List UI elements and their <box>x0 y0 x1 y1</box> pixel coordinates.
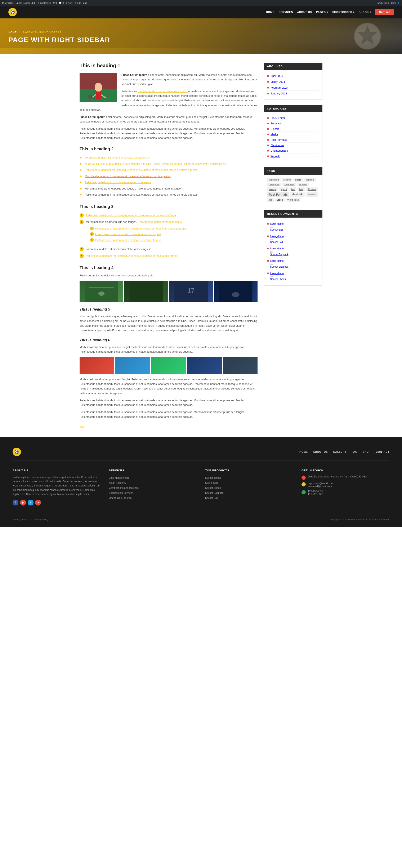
archive-link[interactable]: February 2024 <box>271 86 288 89</box>
service-item: Sponsorship Services <box>109 490 197 495</box>
comment-author: luzuk_demo <box>267 222 319 225</box>
nav-pages[interactable]: PAGES ▾ <box>316 11 328 13</box>
social-twitter[interactable]: t <box>28 500 33 505</box>
nav-home[interactable]: HOME <box>266 10 275 15</box>
admin-edit-page[interactable]: ✎ Edit Page <box>74 2 87 4</box>
tag-alignment[interactable]: alignment <box>267 178 281 182</box>
admin-site-name[interactable]: United Soccer Club <box>16 2 35 4</box>
comment-post-link[interactable]: Soccer Ball <box>270 241 283 244</box>
tag-shortcode[interactable]: shortcode <box>290 192 305 197</box>
admin-bar-right: Howdy, luzuk_demo 👤 <box>376 2 400 4</box>
hero-section: HOME / PAGE WITH RIGHT SIDEBAR PAGE WITH… <box>0 19 402 54</box>
archive-link[interactable]: January 2024 <box>271 92 287 95</box>
nav-shortcodes[interactable]: SHORTCODES ▾ <box>332 11 354 13</box>
comment-post-link[interactable]: Soccer Bagpack <box>270 265 288 268</box>
sub-list-item: 2 Lorem ipsum dolor sit amet, consectetu… <box>90 231 257 237</box>
tag-audio[interactable]: audio <box>293 178 303 182</box>
social-facebook[interactable]: f <box>12 500 19 505</box>
footer-nav-home[interactable]: HOME <box>300 451 308 453</box>
tag-pictures[interactable]: Pictures <box>306 187 318 191</box>
list-link[interactable]: Pellentesque habitant morbi tristique se… <box>85 181 151 184</box>
comment-post-link[interactable]: Soccer Bagpack <box>270 253 288 256</box>
product-link[interactable]: Soccer Ball <box>205 497 218 499</box>
service-link[interactable]: Club Management <box>109 476 129 479</box>
product-link[interactable]: Soccer Tshirts <box>205 476 221 479</box>
nav-contact-button[interactable]: Contact <box>375 9 394 15</box>
footer-nav-contact[interactable]: CONTACT <box>376 451 390 453</box>
product-link[interactable]: Soccer Bagpack <box>205 492 223 494</box>
social-youtube[interactable]: ▶ <box>20 500 26 505</box>
comment-author-link[interactable]: luzuk_demo <box>270 272 284 275</box>
tag-layout[interactable]: layout <box>279 187 288 191</box>
category-item: Post Formats <box>267 137 319 143</box>
admin-my-sites[interactable]: ⊞ My Sites <box>2 2 13 4</box>
category-link[interactable]: Media <box>271 133 278 136</box>
product-link[interactable]: Soccer Shoes <box>205 487 221 489</box>
num-list-link[interactable]: Pellentesque habitant morbi tristique se… <box>86 214 176 217</box>
admin-comments[interactable]: 💬 0 <box>59 2 64 4</box>
social-googleplus[interactable]: g+ <box>35 500 41 505</box>
comment-author-link[interactable]: luzuk_demo <box>270 259 284 262</box>
comment-author-link[interactable]: luzuk_demo <box>270 247 284 250</box>
archive-link[interactable]: March 2024 <box>271 80 285 83</box>
category-link[interactable]: Bootstrap <box>271 122 282 125</box>
sub-list-link[interactable]: Pellentesque habitant morbi tristique se… <box>95 227 187 230</box>
num-list-link[interactable]: Pellentesque habitant morbi tristique se… <box>86 254 177 257</box>
nav-blogs[interactable]: BLOGS ▾ <box>359 11 371 13</box>
hero-ball-decoration <box>354 23 381 50</box>
breadcrumb-home[interactable]: HOME <box>8 31 17 34</box>
tag-template[interactable]: template <box>306 192 318 197</box>
category-link[interactable]: Classic <box>271 127 279 130</box>
edit-link[interactable]: Edit <box>80 426 84 429</box>
sub-list-link[interactable]: Lorem ipsum dolor sit amet, consectetur … <box>95 232 161 236</box>
tag-lists[interactable]: lists <box>298 187 305 191</box>
highlight-link[interactable]: habitant morbi tristique senectus et net… <box>138 90 188 93</box>
category-link[interactable]: Block Editor <box>271 117 285 120</box>
admin-user[interactable]: Howdy, luzuk_demo 👤 <box>376 2 400 4</box>
comment-author-link[interactable]: luzuk_demo <box>270 222 284 225</box>
tag-categories[interactable]: categories <box>267 183 281 186</box>
tag-wordpress[interactable]: WordPress <box>286 198 300 202</box>
tag-video[interactable]: video <box>275 198 285 202</box>
nav-services[interactable]: SERVICES <box>279 10 293 15</box>
tag-embeds[interactable]: embeds <box>297 183 309 186</box>
sub-list-link[interactable]: Pellentesque habitant morbi tristique se… <box>95 239 161 242</box>
product-link[interactable]: Sports Cap <box>205 482 218 484</box>
tag-captions[interactable]: captions <box>304 178 316 182</box>
service-link[interactable]: Competitions and Matches <box>109 487 138 489</box>
comment-post-link[interactable]: Soccer Shoes <box>270 278 286 281</box>
nav-about[interactable]: ABOUT US <box>297 10 312 15</box>
admin-updates[interactable]: ↻ 0 <box>53 2 57 4</box>
row-image-1 <box>80 357 114 374</box>
list-link[interactable]: Morbi tristique senectus et netus et mal… <box>85 175 171 178</box>
admin-new[interactable]: + New <box>66 2 72 4</box>
footer-nav-faq[interactable]: FAQ <box>352 451 358 453</box>
footer-nav-gallery[interactable]: GALLERY <box>333 451 346 453</box>
service-link[interactable]: Sponsorship Services <box>109 492 133 494</box>
category-link[interactable]: Widgets <box>271 155 280 158</box>
service-link[interactable]: Youth Academy <box>109 482 126 484</box>
category-link[interactable]: Shortcodes <box>271 144 284 147</box>
archive-link[interactable]: April 2024 <box>271 74 283 78</box>
footer-nav-shop[interactable]: SHOP <box>363 451 371 453</box>
tag-trial[interactable]: trial <box>267 198 274 202</box>
list-link[interactable]: Pellentesque habitant morbi tristique se… <box>85 168 197 172</box>
comment-author-link[interactable]: luzuk_demo <box>270 235 284 238</box>
comment-post-link[interactable]: Soccer Ball <box>270 228 283 231</box>
category-link[interactable]: Uncategorized <box>271 149 288 152</box>
tag-post-formats[interactable]: Post Formats <box>267 192 289 197</box>
admin-customize[interactable]: ✎ Customize <box>37 2 51 4</box>
service-link[interactable]: One to One Practice <box>109 497 132 499</box>
list-link[interactable]: Lorem ipsum dolor sit amet, consectetur … <box>85 156 150 159</box>
category-link[interactable]: Post Formats <box>271 138 287 141</box>
privacy-policy-link-2[interactable]: Privacy Policy <box>34 518 48 521</box>
site-header: ⚽ HOME SERVICES ABOUT US PAGES ▾ SHORTCO… <box>0 6 402 19</box>
privacy-policy-link-1[interactable]: Privacy Policy <box>12 518 27 521</box>
tag-link[interactable]: link <box>289 187 297 191</box>
num-list-link[interactable]: Pellentesque habitant morbi tristique <box>138 220 182 223</box>
list-link[interactable]: Nunc vel ligula in augue tristique pelle… <box>85 162 227 165</box>
tag-articles[interactable]: Articles <box>282 178 292 182</box>
tag-comments[interactable]: comments <box>282 183 296 186</box>
tag-excerpt[interactable]: excerpt <box>267 187 278 191</box>
footer-nav-about[interactable]: ABOUT US <box>313 451 328 453</box>
